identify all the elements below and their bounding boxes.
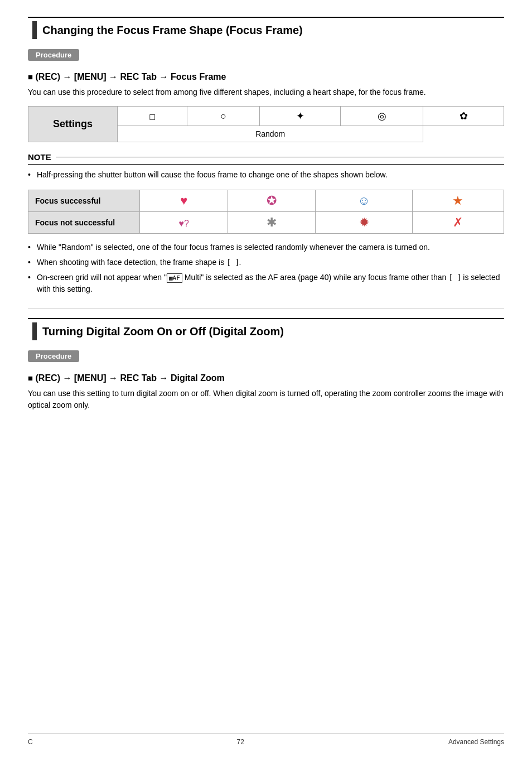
section2-subheading: ■ (REC) → [MENU] → REC Tab → Digital Zoo… — [28, 373, 504, 383]
focus-fail-label: Focus not successful — [28, 212, 140, 234]
section1-title: Changing the Focus Frame Shape (Focus Fr… — [28, 17, 504, 42]
section1-subheading-text: (REC) → [MENU] → REC Tab → Focus Frame — [36, 72, 226, 81]
note-list: Half-pressing the shutter button will ca… — [28, 169, 504, 181]
section1-title-text: Changing the Focus Frame Shape (Focus Fr… — [42, 24, 303, 37]
focus-success-icon3: ☺ — [316, 190, 412, 212]
section1-description: You can use this procedure to select fro… — [28, 86, 504, 98]
note-title: NOTE — [28, 152, 504, 165]
settings-icon-bracket: □ — [118, 107, 187, 126]
focus-fail-icon4: ✗ — [412, 212, 504, 234]
footer-right: Advanced Settings — [448, 738, 504, 746]
focus-fail-icon2: ✱ — [228, 212, 316, 234]
focus-success-icon1: ♥ — [140, 190, 228, 212]
additional-notes: While "Random" is selected, one of the f… — [28, 242, 504, 295]
camera-icon2: ■ — [28, 373, 33, 383]
section2-description: You can use this setting to turn digital… — [28, 388, 504, 411]
settings-label-cell: Settings — [28, 107, 118, 142]
focus-fail-row: Focus not successful ♥? ✱ ✹ ✗ — [28, 212, 504, 234]
procedure1-badge: Procedure — [28, 49, 79, 61]
focus-fail-icon1: ♥? — [140, 212, 228, 234]
settings-icon-row: Settings □ ○ ✦ ◎ ✿ — [28, 107, 504, 126]
section1-subheading: ■ (REC) → [MENU] → REC Tab → Focus Frame — [28, 72, 504, 82]
section2-title-text: Turning Digital Zoom On or Off (Digital … — [42, 325, 284, 338]
note-item-1: Half-pressing the shutter button will ca… — [28, 169, 504, 181]
settings-icon-face: ◎ — [340, 107, 423, 126]
note-line — [56, 157, 504, 157]
note-item-4: On-screen grid will not appear when "▩AF… — [28, 272, 504, 295]
procedure2-badge: Procedure — [28, 350, 79, 362]
procedure1-wrapper: Procedure — [28, 49, 504, 66]
section2: Turning Digital Zoom On or Off (Digital … — [28, 318, 504, 411]
focus-success-icon4: ★ — [412, 190, 504, 212]
focus-fail-icon3: ✹ — [316, 212, 412, 234]
section1: Changing the Focus Frame Shape (Focus Fr… — [28, 17, 504, 295]
settings-icon-flower: ✿ — [423, 107, 504, 126]
focus-table: Focus successful ♥ ✪ ☺ ★ Focus not succe… — [28, 190, 504, 234]
settings-random-cell: Random — [118, 126, 423, 142]
note-title-text: NOTE — [28, 152, 51, 162]
settings-icon-heart: ○ — [187, 107, 260, 126]
note-section: NOTE Half-pressing the shutter button wi… — [28, 152, 504, 181]
settings-table: Settings □ ○ ✦ ◎ ✿ Random — [28, 106, 504, 142]
section-divider — [28, 308, 504, 309]
section2-subheading-text: (REC) → [MENU] → REC Tab → Digital Zoom — [36, 373, 225, 383]
section2-title: Turning Digital Zoom On or Off (Digital … — [28, 318, 504, 344]
focus-success-label: Focus successful — [28, 190, 140, 212]
footer-center: 72 — [237, 738, 244, 746]
focus-success-icon2: ✪ — [228, 190, 316, 212]
section1-title-bar — [32, 21, 37, 39]
settings-icon-star1: ✦ — [260, 107, 341, 126]
footer: C 72 Advanced Settings — [28, 733, 504, 746]
footer-left: C — [28, 738, 33, 746]
note-item-3: When shooting with face detection, the f… — [28, 257, 504, 268]
procedure2-wrapper: Procedure — [28, 350, 504, 368]
camera-icon1: ■ — [28, 72, 33, 81]
focus-success-row: Focus successful ♥ ✪ ☺ ★ — [28, 190, 504, 212]
section2-title-bar — [32, 322, 37, 340]
note-item-2: While "Random" is selected, one of the f… — [28, 242, 504, 253]
